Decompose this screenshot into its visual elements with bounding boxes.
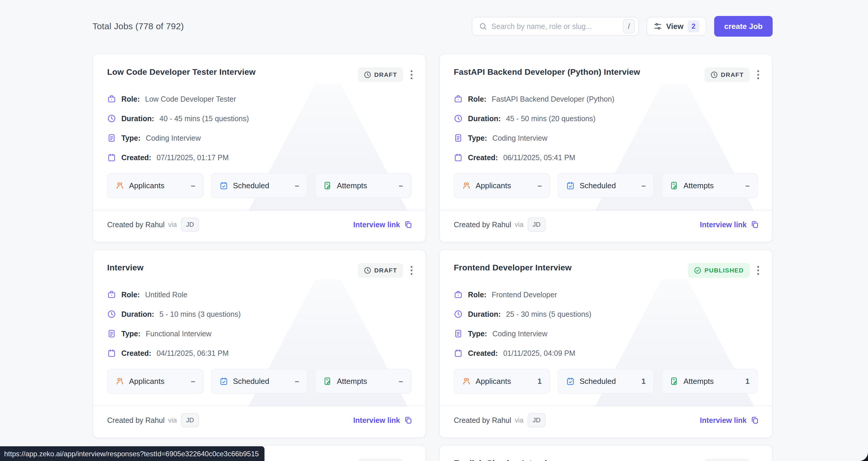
applicants-label: Applicants bbox=[129, 377, 164, 386]
role-label: Role: bbox=[468, 95, 487, 104]
via-text: via bbox=[515, 416, 523, 424]
applicants-value: – bbox=[538, 181, 542, 190]
interview-link[interactable]: Interview link bbox=[700, 220, 759, 229]
interview-link[interactable]: Interview link bbox=[700, 416, 759, 425]
kebab-menu-button[interactable] bbox=[409, 264, 414, 277]
attempts-tile[interactable]: Attempts – bbox=[315, 173, 411, 198]
interview-link[interactable]: Interview link bbox=[353, 416, 412, 425]
status-badge: PUBLISHED bbox=[688, 263, 750, 278]
duration-row: Duration: 25 - 30 mins (5 questions) bbox=[454, 310, 758, 319]
via-text: via bbox=[168, 416, 177, 424]
calendar-check-icon bbox=[566, 377, 575, 386]
applicants-value: – bbox=[191, 181, 195, 190]
status-url: https://app.zeko.ai/app/interview/respon… bbox=[4, 450, 259, 458]
scheduled-label: Scheduled bbox=[580, 181, 616, 190]
duration-label: Duration: bbox=[468, 310, 501, 319]
briefcase-icon bbox=[454, 94, 463, 104]
created-label: Created: bbox=[468, 349, 498, 357]
job-card: FastAPI Backend Developer (Python) Inter… bbox=[439, 54, 773, 242]
create-job-button[interactable]: create Job bbox=[714, 16, 773, 37]
created-row: Created: 04/11/2025, 06:31 PM bbox=[107, 349, 411, 357]
kebab-menu-button[interactable] bbox=[756, 68, 760, 81]
applicants-tile[interactable]: Applicants 1 bbox=[454, 369, 550, 394]
role-row: Role: Frontend Developer bbox=[454, 290, 758, 299]
duration-value: 5 - 10 mins (3 questions) bbox=[159, 310, 241, 319]
duration-value: 40 - 45 mins (15 questions) bbox=[159, 114, 249, 123]
clock-icon bbox=[107, 114, 116, 123]
briefcase-icon bbox=[454, 290, 463, 299]
search-input[interactable] bbox=[491, 22, 619, 31]
status-badge: DRAFT bbox=[705, 67, 750, 82]
attempts-label: Attempts bbox=[683, 181, 714, 190]
attempts-label: Attempts bbox=[337, 377, 367, 386]
duration-row: Duration: 40 - 45 mins (15 questions) bbox=[107, 114, 411, 123]
page-title: Total Jobs (778 of 792) bbox=[92, 21, 184, 31]
scheduled-tile[interactable]: Scheduled – bbox=[211, 173, 307, 198]
page-content: Total Jobs (778 of 792) / View 2 create … bbox=[0, 17, 868, 461]
kebab-menu-button[interactable] bbox=[756, 460, 760, 461]
users-icon bbox=[116, 377, 124, 386]
attempts-label: Attempts bbox=[683, 377, 714, 386]
creator-text: Created by Rahul bbox=[454, 221, 512, 229]
clock-icon bbox=[454, 114, 463, 123]
search-box[interactable]: / bbox=[472, 17, 639, 36]
document-edit-icon bbox=[323, 377, 332, 386]
attempts-tile[interactable]: Attempts – bbox=[315, 369, 411, 394]
duration-label: Duration: bbox=[121, 114, 154, 123]
clock-icon bbox=[364, 266, 371, 274]
search-icon bbox=[479, 22, 487, 30]
job-card: English Checker Interview DRAFT bbox=[439, 445, 773, 461]
applicants-tile[interactable]: Applicants – bbox=[107, 173, 204, 198]
role-label: Role: bbox=[468, 290, 487, 299]
type-label: Type: bbox=[121, 329, 141, 338]
scheduled-value: 1 bbox=[642, 377, 646, 386]
type-value: Functional Interview bbox=[146, 329, 211, 338]
kebab-menu-button[interactable] bbox=[756, 264, 760, 277]
scheduled-value: – bbox=[295, 181, 299, 190]
applicants-tile[interactable]: Applicants – bbox=[454, 173, 550, 198]
scheduled-value: – bbox=[295, 377, 299, 386]
job-card: Frontend Developer Interview PUBLISHED R… bbox=[439, 250, 773, 438]
job-title: FastAPI Backend Developer (Python) Inter… bbox=[454, 67, 640, 77]
copy-icon[interactable] bbox=[404, 220, 412, 229]
topbar: Total Jobs (778 of 792) / View 2 create … bbox=[92, 17, 773, 36]
check-circle-icon bbox=[694, 266, 702, 274]
calendar-icon bbox=[454, 153, 463, 162]
kebab-menu-button[interactable] bbox=[409, 68, 414, 81]
interview-link[interactable]: Interview link bbox=[353, 220, 412, 229]
attempts-tile[interactable]: Attempts – bbox=[662, 173, 758, 198]
attempts-value: – bbox=[399, 377, 403, 386]
jd-badge: JD bbox=[181, 218, 199, 232]
briefcase-icon bbox=[107, 290, 116, 299]
status-badge: DRAFT bbox=[705, 459, 750, 461]
created-value: 07/11/2025, 01:17 PM bbox=[156, 153, 228, 162]
created-row: Created: 07/11/2025, 01:17 PM bbox=[107, 153, 411, 162]
attempts-tile[interactable]: Attempts 1 bbox=[662, 369, 758, 394]
created-label: Created: bbox=[121, 349, 151, 357]
creator-text: Created by Rahul bbox=[107, 416, 165, 425]
copy-icon[interactable] bbox=[750, 416, 759, 425]
clock-icon bbox=[454, 310, 463, 319]
kebab-menu-button[interactable] bbox=[409, 460, 414, 461]
type-row: Type: Functional Interview bbox=[107, 329, 411, 338]
created-label: Created: bbox=[468, 153, 498, 162]
applicants-tile[interactable]: Applicants – bbox=[107, 369, 204, 394]
view-button[interactable]: View 2 bbox=[647, 17, 707, 36]
scheduled-tile[interactable]: Scheduled 1 bbox=[558, 369, 654, 394]
copy-icon[interactable] bbox=[750, 220, 759, 229]
copy-icon[interactable] bbox=[404, 416, 412, 425]
scheduled-tile[interactable]: Scheduled – bbox=[558, 173, 654, 198]
document-icon bbox=[107, 329, 116, 338]
role-label: Role: bbox=[121, 95, 140, 104]
created-label: Created: bbox=[121, 153, 151, 162]
users-icon bbox=[462, 377, 471, 386]
users-icon bbox=[116, 181, 124, 190]
job-card: Low Code Developer Tester Interview DRAF… bbox=[92, 54, 426, 242]
status-badge: DRAFT bbox=[358, 263, 403, 278]
type-label: Type: bbox=[468, 134, 487, 142]
duration-label: Duration: bbox=[468, 114, 501, 123]
scheduled-tile[interactable]: Scheduled – bbox=[211, 369, 307, 394]
attempts-value: 1 bbox=[745, 377, 750, 386]
sliders-icon bbox=[654, 22, 662, 30]
calendar-icon bbox=[107, 349, 116, 357]
